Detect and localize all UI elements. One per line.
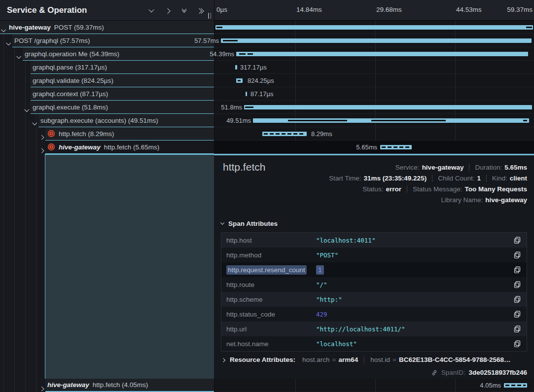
- span-service-name: hive-gateway: [47, 381, 89, 389]
- span-bar[interactable]: [246, 92, 247, 96]
- attribute-row[interactable]: http.route"/": [221, 277, 527, 292]
- span-bar[interactable]: [244, 105, 532, 109]
- timeline-row[interactable]: 317.17µs: [214, 61, 534, 74]
- span-bar[interactable]: [236, 52, 528, 56]
- attribute-key: http.request.resend_count: [221, 266, 316, 274]
- span-meta-line: Service:hive-gatewayDuration:5.65ms: [395, 162, 527, 173]
- timeline-row[interactable]: 4.05ms: [214, 379, 534, 392]
- attribute-row[interactable]: http.status_code429: [221, 307, 527, 321]
- span-attributes-title: Span Attributes: [228, 220, 278, 227]
- child-span-mark: [238, 80, 241, 81]
- span-bar[interactable]: [235, 65, 237, 70]
- chevron-right-icon[interactable]: [40, 132, 43, 140]
- span-duration-label: 87.17µs: [250, 90, 274, 98]
- child-span-mark: [371, 120, 446, 121]
- span-bar[interactable]: [262, 132, 307, 136]
- attribute-key: http.method: [221, 251, 316, 259]
- chevron-down-icon[interactable]: [7, 39, 10, 46]
- span-attributes-section: Span Attributes http.host"localhost:4011…: [221, 218, 527, 352]
- expand-all-icon[interactable]: [196, 6, 204, 14]
- span-tree-row[interactable]: hive-gatewayhttp.fetch (5.65ms): [45, 141, 214, 154]
- copy-icon[interactable]: [513, 280, 522, 289]
- span-id-label: SpanID:: [441, 369, 465, 376]
- timeline-row[interactable]: 8.29ms: [214, 127, 534, 141]
- copy-icon[interactable]: [513, 295, 522, 304]
- span-tree-row[interactable]: subgraph.execute (accounts) (49.51ms): [38, 114, 214, 127]
- span-tree-row[interactable]: hive-gatewayhttp.fetch (4.05ms): [45, 379, 214, 392]
- span-tree-row[interactable]: POST /graphql (57.57ms): [12, 34, 214, 47]
- copy-icon[interactable]: [513, 236, 522, 245]
- chevron-down-icon[interactable]: [17, 52, 21, 60]
- expand-one-icon[interactable]: [164, 6, 172, 14]
- copy-icon[interactable]: [513, 310, 522, 319]
- meta-value: hive-gateway: [422, 164, 464, 171]
- chevron-down-icon[interactable]: [2, 26, 5, 33]
- timeline-row[interactable]: 5.65ms: [214, 141, 534, 154]
- chevron-down-icon[interactable]: [25, 106, 29, 113]
- child-span-mark: [248, 53, 253, 55]
- copy-icon[interactable]: [513, 339, 522, 348]
- attribute-row[interactable]: net.host.name"localhost": [221, 336, 527, 351]
- timeline-row[interactable]: 87.17µs: [214, 87, 534, 101]
- link-icon[interactable]: [431, 369, 438, 376]
- timeline-row[interactable]: 824.25µs: [214, 74, 534, 87]
- span-bar[interactable]: [253, 118, 529, 123]
- span-tree-row[interactable]: http.fetch (8.29ms): [45, 127, 214, 141]
- span-attributes-toggle[interactable]: Span Attributes: [221, 218, 527, 228]
- attribute-row[interactable]: http.scheme"http:": [221, 292, 527, 307]
- attribute-row[interactable]: http.request.resend_count1: [221, 262, 527, 277]
- copy-icon[interactable]: [513, 250, 522, 259]
- span-bar[interactable]: [504, 383, 527, 388]
- attribute-row[interactable]: http.url"http://localhost:4011/": [221, 321, 527, 336]
- attribute-value: 429: [316, 311, 513, 318]
- span-bar[interactable]: [215, 25, 533, 30]
- span-duration-label: 54.39ms: [210, 50, 234, 58]
- span-tree-panel: Service & Operation hive-gatewayPOST (59…: [0, 0, 214, 392]
- collapse-one-icon[interactable]: [147, 6, 155, 14]
- span-attributes-table: http.host"localhost:4011"http.method"POS…: [221, 232, 527, 352]
- error-icon: [47, 130, 55, 138]
- chevron-right-icon[interactable]: [40, 384, 43, 391]
- copy-icon[interactable]: [513, 265, 522, 274]
- span-bar[interactable]: [380, 145, 412, 149]
- chevron-right-icon[interactable]: [40, 145, 43, 153]
- timeline-row[interactable]: 49.51ms: [214, 114, 534, 127]
- selected-span-region: [45, 154, 214, 379]
- span-tree-row[interactable]: graphql.validate (824.25µs): [31, 74, 214, 87]
- span-tree-row[interactable]: graphql.execute (51.8ms): [31, 101, 214, 114]
- span-label: http.fetch (5.65ms): [104, 143, 160, 151]
- error-icon: [47, 143, 55, 151]
- span-tree-row[interactable]: graphql.operation Me (54.39ms): [23, 47, 214, 61]
- timeline-row[interactable]: [214, 21, 534, 34]
- attribute-row[interactable]: http.host"localhost:4011": [221, 233, 527, 248]
- divider: [364, 356, 364, 363]
- span-tree-row[interactable]: graphql.parse (317.17µs): [31, 61, 214, 74]
- span-bar[interactable]: [221, 38, 532, 43]
- timeline-row[interactable]: 54.39ms: [214, 47, 534, 61]
- span-label: graphql.validate (824.25µs): [33, 77, 113, 84]
- collapse-all-icon[interactable]: [180, 6, 188, 14]
- span-tree-row[interactable]: graphql.context (87.17µs): [31, 87, 214, 101]
- span-id-row: SpanID: 3de02518937fb246: [431, 369, 527, 376]
- timeline-tick: 14.84ms: [296, 6, 322, 13]
- meta-label: Duration:: [475, 164, 502, 171]
- span-meta-line: Start Time:31ms (23:35:49.225)Child Coun…: [329, 173, 527, 183]
- meta-label: Service:: [395, 164, 420, 171]
- span-tree-row[interactable]: hive-gatewayPOST (59.37ms): [0, 21, 214, 34]
- span-duration-label: 824.25µs: [248, 77, 274, 84]
- span-bar[interactable]: [236, 78, 243, 83]
- meta-value: 5.65ms: [504, 164, 527, 171]
- chevron-right-icon: [221, 358, 225, 362]
- attribute-row[interactable]: http.method"POST": [221, 248, 527, 262]
- panel-resize-handle[interactable]: [208, 13, 211, 19]
- span-label: POST /graphql (57.57ms): [14, 37, 90, 44]
- chevron-down-icon[interactable]: [33, 119, 36, 126]
- copy-icon[interactable]: [513, 324, 522, 333]
- divider: [407, 185, 407, 193]
- span-meta-line: Library Name:hive-gateway: [441, 194, 527, 205]
- timeline-row[interactable]: 51.8ms: [214, 101, 534, 114]
- attribute-key: http.scheme: [221, 296, 316, 303]
- timeline-row[interactable]: 57.57ms: [214, 34, 534, 47]
- resource-value: arm64: [338, 356, 358, 363]
- resource-attributes-row[interactable]: Resource Attributes: host.arch=arm64host…: [222, 354, 527, 365]
